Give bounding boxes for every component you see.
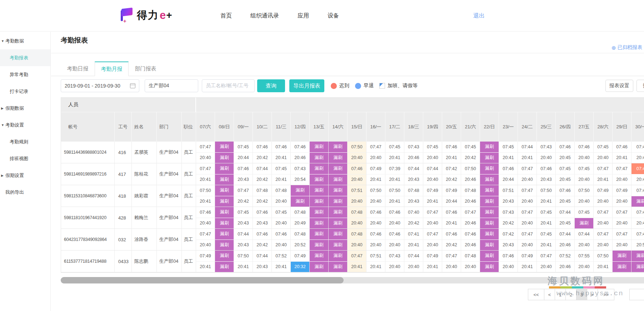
missed-swipe-badge: 漏刷 — [215, 196, 234, 207]
nav-item[interactable]: 设备 — [328, 12, 339, 20]
time-cell: 20:41 — [234, 262, 253, 272]
time-cell: 20:41 — [404, 240, 423, 251]
time-cell: 20:43 — [234, 218, 253, 229]
employee-search-input[interactable]: 员工名称/帐号/工号 — [202, 79, 255, 92]
time-cell: 20:40 — [575, 196, 593, 207]
watermark-bar-segment — [583, 286, 595, 288]
date-cell: 07:4520:40 — [423, 142, 442, 163]
time-cell: 20:40 — [518, 240, 536, 251]
nav-item[interactable]: 应用 — [298, 12, 309, 20]
sidebar-item[interactable]: 我的导出 — [0, 184, 50, 201]
time-cell: 07:47 — [196, 142, 215, 153]
date-cell: 07:4420:43 — [234, 229, 253, 250]
date-cell: 07:4320:46 — [404, 142, 423, 163]
time-cell: 07:46 — [366, 207, 385, 218]
time-cell: 07:46 — [272, 229, 290, 240]
clipped-right-button[interactable]: 报 — [636, 80, 644, 92]
report-settings-button[interactable]: 报表设置 — [605, 80, 633, 92]
prev-page-button[interactable]: < — [544, 289, 555, 300]
query-button[interactable]: 查询 — [257, 79, 285, 92]
sidebar-item-label: 假期设置 — [5, 172, 24, 179]
page-number-button[interactable]: 1 — [555, 289, 566, 300]
time-cell: 20:43 — [404, 196, 423, 207]
time-cell: 07:44 — [253, 163, 271, 174]
sidebar-item[interactable]: ▼考勤数据 — [0, 33, 50, 49]
date-cell: 07:4620:40 — [385, 207, 404, 228]
watermark-bar-segment — [549, 286, 560, 288]
nav-item[interactable]: 首页 — [220, 12, 232, 20]
time-cell: 07:51 — [366, 251, 385, 262]
time-cell: 07:46 — [366, 229, 385, 240]
export-month-report-button[interactable]: 导出月报表 — [289, 79, 324, 92]
tab-item[interactable]: 部门报表 — [129, 61, 163, 76]
missed-swipe-badge: 漏刷 — [480, 262, 499, 272]
time-cell: 20:40 — [613, 174, 631, 185]
date-cell: 漏刷漏刷 — [329, 229, 348, 250]
last-page-button[interactable]: >> — [598, 289, 614, 300]
time-cell: 20:41 — [613, 153, 631, 163]
nav-item[interactable]: 组织通讯录 — [250, 12, 279, 20]
sidebar-item[interactable]: 考勤报表 — [0, 49, 50, 66]
time-cell: 07:47 — [594, 163, 612, 174]
date-cell: 07:4820:46 — [461, 185, 480, 207]
time-cell: 07:48 — [291, 207, 309, 218]
missed-swipe-badge: 漏刷 — [480, 229, 499, 240]
horizontal-scrollbar-thumb[interactable] — [61, 277, 344, 283]
first-page-button[interactable]: << — [528, 289, 544, 300]
time-cell: 20:40 — [518, 218, 536, 229]
missed-swipe-badge: 漏刷 — [329, 196, 347, 207]
missed-swipe-badge: 漏刷 — [480, 163, 499, 174]
time-cell: 20:46 — [556, 262, 574, 272]
time-cell: 20:45 — [556, 153, 574, 163]
cell-employee-no: 0433 — [115, 251, 132, 272]
sidebar-item[interactable]: 打卡记录 — [0, 83, 50, 100]
date-cell: 07:4520:40 — [594, 142, 613, 163]
time-cell: 07:46 — [442, 229, 461, 240]
sidebar-item[interactable]: 考勤规则 — [0, 133, 50, 150]
time-cell: 07:47 — [613, 163, 631, 174]
time-cell: 07:4 — [631, 229, 644, 240]
page-number-button[interactable]: 3 — [576, 289, 587, 300]
time-cell: 07:45 — [537, 229, 555, 240]
date-cell: 07:4720:40 — [594, 229, 613, 250]
department-input[interactable]: 生产部04 — [145, 79, 198, 92]
column-header: 工号 — [115, 112, 132, 142]
column-header: 姓名 — [132, 112, 157, 142]
group-header-people: 人员 — [61, 98, 196, 112]
date-cell: 07:5220:41 — [272, 251, 291, 272]
archived-reports-link[interactable]: ⊕ 已归档报表 — [611, 44, 643, 51]
logout-link[interactable]: 退出 — [473, 0, 485, 31]
time-cell: 07:48 — [404, 185, 423, 196]
time-cell: 20:40 — [594, 153, 612, 163]
sidebar-item[interactable]: ▼考勤设置 — [0, 117, 50, 133]
next-page-button[interactable]: > — [587, 289, 598, 300]
sidebar-item[interactable]: ▶假期数据 — [0, 100, 50, 117]
date-cell: 漏刷漏刷 — [480, 163, 499, 185]
tab-active[interactable]: 考勤月报 — [95, 61, 129, 76]
date-cell: 07:4620:40 — [385, 229, 404, 250]
time-cell: 07:46 — [556, 185, 574, 196]
sidebar-item[interactable]: 排班视图 — [0, 150, 50, 167]
tab-item[interactable]: 考勤日报 — [61, 61, 95, 76]
date-cell: 漏刷漏刷 — [631, 251, 644, 272]
page-jump-input[interactable] — [629, 289, 644, 300]
missed-swipe-badge: 漏刷 — [480, 240, 499, 251]
date-cell: 07:4520:41 — [272, 163, 291, 185]
date-cell: 07:4720:46 — [461, 207, 480, 228]
time-cell: 20:41 — [442, 153, 461, 163]
missed-swipe-badge: 漏刷 — [215, 185, 234, 196]
cell-name: 陈桂花 — [132, 163, 157, 185]
time-cell: 07:47 — [518, 163, 536, 174]
date-cell: 07:4620:40 — [366, 229, 385, 250]
time-cell: 07:44 — [518, 142, 536, 153]
date-range-input[interactable]: 2019-09-01 - 2019-09-30 — [61, 79, 139, 92]
missed-swipe-badge: 漏刷 — [329, 240, 347, 251]
sidebar-item[interactable]: 异常考勤 — [0, 66, 50, 83]
sidebar-item[interactable]: ▶假期设置 — [0, 167, 50, 184]
time-cell: 20:40 — [575, 240, 593, 251]
missed-swipe-badge: 漏刷 — [480, 174, 499, 185]
time-cell: 20:40 — [423, 174, 442, 185]
time-cell: 07:43 — [404, 142, 423, 153]
page-number-button[interactable]: 2 — [566, 289, 576, 300]
date-cell: 07:4320:54 — [291, 163, 310, 185]
